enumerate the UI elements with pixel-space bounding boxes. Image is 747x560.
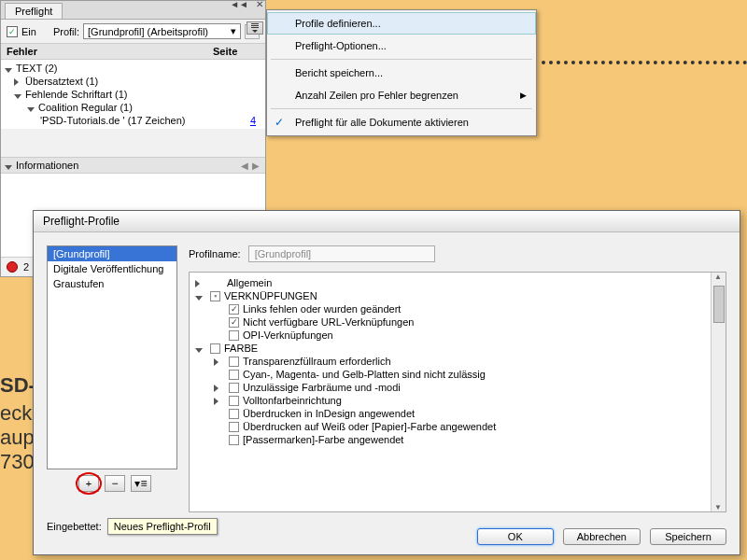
- menu-separator: [271, 59, 532, 60]
- ein-checkbox[interactable]: ✓: [7, 26, 18, 37]
- tab-preflight[interactable]: Preflight: [5, 3, 63, 19]
- tree-row[interactable]: 'PSD-Tutorials.de ' (17 Zeichen)4: [1, 114, 265, 127]
- submenu-arrow-icon: ▶: [520, 91, 527, 100]
- profile-item[interactable]: Digitale Veröffentlichung: [48, 261, 176, 276]
- preflight-profile-dialog: Preflight-Profile [Grundprofil] Digitale…: [33, 210, 740, 555]
- setting-row[interactable]: Überdrucken in InDesign angewendet: [190, 407, 726, 420]
- profile-list[interactable]: [Grundprofil] Digitale Veröffentlichung …: [47, 245, 177, 469]
- chevron-down-icon: ▾: [231, 25, 236, 37]
- dialog-title: Preflight-Profile: [34, 211, 740, 232]
- profile-item[interactable]: Graustufen: [48, 276, 176, 291]
- error-dot-icon: [7, 261, 18, 273]
- checkbox[interactable]: [210, 343, 220, 354]
- checkbox[interactable]: [229, 370, 239, 380]
- page-link[interactable]: 4: [224, 115, 261, 126]
- panel-min-icon[interactable]: ◄◄: [230, 0, 248, 9]
- setting-row[interactable]: Nicht verfügbare URL-Verknüpfungen: [190, 315, 726, 329]
- tree-row[interactable]: Coalition Regular (1): [1, 101, 265, 114]
- checkbox[interactable]: [229, 330, 239, 341]
- checkbox[interactable]: ▪: [210, 291, 220, 301]
- scroll-thumb[interactable]: [713, 286, 725, 323]
- setting-row[interactable]: Allgemein: [190, 276, 726, 289]
- save-button[interactable]: Speichern: [650, 528, 726, 545]
- checkbox[interactable]: [229, 396, 239, 406]
- checkbox[interactable]: [229, 422, 239, 432]
- setting-row[interactable]: ▪VERKNÜPFUNGEN: [190, 289, 726, 302]
- profil-value: [Grundprofil] (Arbeitsprofil): [88, 26, 208, 37]
- tree-row[interactable]: Fehlende Schriftart (1): [1, 88, 265, 101]
- panel-menu-button[interactable]: [247, 21, 263, 35]
- checkbox[interactable]: [229, 409, 239, 419]
- tree-row[interactable]: TEXT (2): [1, 62, 265, 75]
- panel-context-menu: Profile definieren... Preflight-Optionen…: [266, 9, 537, 136]
- ein-label: Ein: [21, 26, 36, 37]
- setting-row[interactable]: Volltonfarbeinrichtung: [190, 394, 726, 407]
- menu-preflight-options[interactable]: Preflight-Optionen...: [267, 35, 536, 57]
- checkbox[interactable]: [229, 383, 239, 393]
- embed-label: Eingebettet:: [47, 521, 102, 532]
- tree-row[interactable]: Übersatztext (1): [1, 75, 265, 88]
- profile-item[interactable]: [Grundprofil]: [48, 246, 176, 261]
- setting-row[interactable]: Links fehlen oder wurden geändert: [190, 302, 726, 315]
- menu-define-profiles[interactable]: Profile definieren...: [267, 12, 536, 35]
- scrollbar[interactable]: [711, 273, 726, 511]
- settings-tree: Allgemein ▪VERKNÜPFUNGEN Links fehlen od…: [189, 272, 726, 512]
- error-tree: TEXT (2) Übersatztext (1) Fehlende Schri…: [1, 60, 265, 129]
- setting-row[interactable]: Unzulässige Farbräume und -modi: [190, 381, 726, 394]
- checkbox[interactable]: [229, 435, 239, 445]
- setting-row[interactable]: Transparenzfüllraum erforderlich: [190, 355, 726, 368]
- row-ein: ✓ Ein Profil: [Grundprofil] (Arbeitsprof…: [1, 20, 265, 43]
- checkbox[interactable]: [229, 357, 239, 367]
- highlight-circle: [76, 472, 102, 495]
- profil-dropdown[interactable]: [Grundprofil] (Arbeitsprofil) ▾: [83, 23, 241, 39]
- menu-enable-all-docs[interactable]: ✓Preflight für alle Dokumente aktivieren: [267, 111, 536, 133]
- cancel-button[interactable]: Abbrechen: [563, 528, 641, 545]
- checkbox[interactable]: [229, 304, 239, 315]
- menu-separator: [271, 108, 532, 109]
- profil-label: Profil:: [53, 26, 79, 37]
- ok-button[interactable]: OK: [477, 528, 554, 545]
- tooltip: Neues Preflight-Profil: [107, 518, 218, 535]
- info-header[interactable]: Informationen ◀ ▶: [1, 157, 265, 173]
- add-profile-button[interactable]: +: [78, 475, 99, 492]
- panel-tab-bar: ◄◄ ✕ Preflight: [1, 1, 265, 20]
- panel-close-icon[interactable]: ✕: [256, 0, 263, 9]
- menu-limit-rows[interactable]: Anzahl Zeilen pro Fehler begrenzen▶: [267, 84, 536, 106]
- profilname-input[interactable]: [Grundprofil]: [248, 245, 435, 262]
- checkbox[interactable]: [229, 317, 239, 328]
- setting-row[interactable]: [Passermarken]-Farbe angewendet: [190, 433, 726, 446]
- col-seite: Seite: [213, 46, 260, 57]
- col-fehler: Fehler: [7, 46, 213, 57]
- error-header: Fehler Seite: [1, 43, 265, 60]
- nav-prev-icon[interactable]: ◀: [239, 161, 250, 171]
- dialog-buttons: OK Abbrechen Speichern: [477, 528, 726, 545]
- profile-menu-button[interactable]: ▾≡: [131, 475, 151, 492]
- setting-row[interactable]: FARBE: [190, 342, 726, 355]
- setting-row[interactable]: Cyan-, Magenta- und Gelb-Platten sind ni…: [190, 368, 726, 381]
- setting-row[interactable]: OPI-Verknüpfungen: [190, 329, 726, 342]
- delete-profile-button[interactable]: −: [105, 475, 125, 492]
- info-label: Informationen: [16, 160, 78, 171]
- profile-toolstrip: + − ▾≡: [47, 475, 177, 492]
- dotted-line: [542, 61, 747, 64]
- profilname-label: Profilname:: [189, 248, 241, 259]
- menu-save-report[interactable]: Bericht speichern...: [267, 62, 536, 84]
- check-icon: ✓: [275, 116, 284, 129]
- nav-next-icon[interactable]: ▶: [250, 161, 261, 171]
- setting-row[interactable]: Überdrucken auf Weiß oder [Papier]-Farbe…: [190, 420, 726, 433]
